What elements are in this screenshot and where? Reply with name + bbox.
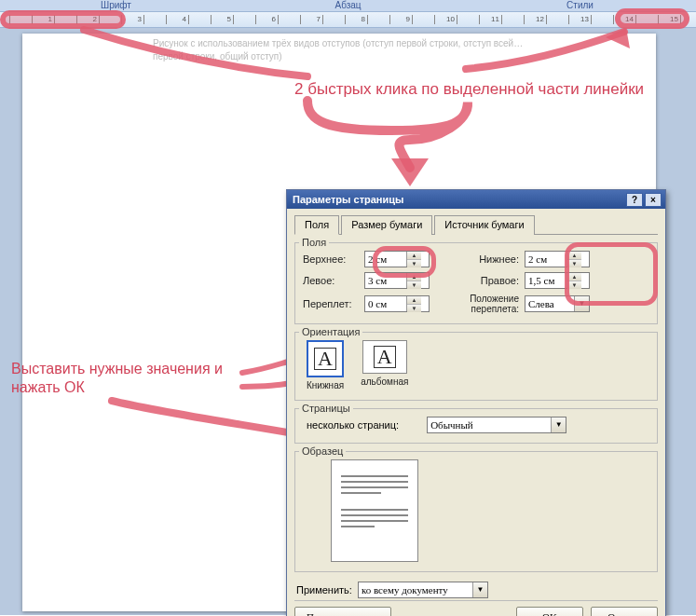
ruler-tick[interactable]	[546, 15, 568, 24]
dropdown-gutter-position[interactable]: ▼	[525, 295, 590, 312]
ruler-tick[interactable]: 4	[166, 15, 188, 24]
preview-thumbnail	[331, 459, 418, 562]
ruler-tick[interactable]	[322, 15, 345, 24]
dropdown-pages[interactable]: ▼	[427, 417, 566, 433]
ruler-tick[interactable]	[143, 15, 166, 24]
ruler-tick[interactable]: 9	[389, 15, 412, 24]
input-top-margin[interactable]: ▲▼	[364, 251, 430, 267]
pages-group: несколько страниц: ▼	[294, 408, 658, 444]
page-setup-dialog: Параметры страницы ? × Поля Размер бумаг…	[286, 189, 666, 616]
ribbon-group-paragraph: Абзац	[232, 0, 464, 11]
tab-paper[interactable]: Размер бумаги	[341, 215, 432, 235]
ruler-tick[interactable]	[591, 15, 613, 24]
ruler-tick[interactable]	[412, 15, 434, 24]
dialog-title: Параметры страницы	[293, 194, 403, 205]
ruler-tick[interactable]	[233, 15, 255, 24]
ruler-tick[interactable]: 10	[434, 15, 457, 24]
chevron-down-icon[interactable]: ▼	[472, 582, 487, 597]
tab-source[interactable]: Источник бумаги	[434, 215, 534, 235]
label-apply: Применить:	[296, 584, 352, 595]
cancel-button[interactable]: Отмена	[591, 607, 658, 616]
input-bottom-margin[interactable]: ▲▼	[525, 251, 590, 267]
input-right-margin[interactable]: ▲▼	[525, 272, 590, 289]
ruler-tick[interactable]: 3	[121, 15, 143, 24]
ruler-tick[interactable]	[457, 15, 479, 24]
ruler-tick[interactable]	[188, 15, 211, 24]
ruler-tick[interactable]: 14	[613, 15, 635, 24]
ribbon-group-font: Шрифт	[0, 0, 232, 11]
margins-group: Верхнее: ▲▼ Нижнее: ▲▼ Левое: ▲▼ Правое:	[294, 242, 658, 324]
label-bottom: Нижнее:	[435, 253, 519, 265]
chevron-down-icon[interactable]: ▼	[551, 418, 566, 432]
chevron-down-icon[interactable]: ▼	[574, 296, 589, 311]
ruler-tick[interactable]: 13	[568, 15, 591, 24]
ruler-tick[interactable]: 15	[658, 15, 680, 24]
help-button[interactable]: ?	[626, 193, 643, 207]
landscape-icon: A	[374, 346, 396, 368]
ruler-tick[interactable]	[635, 15, 658, 24]
input-gutter[interactable]: ▲▼	[364, 295, 430, 312]
ruler-tick[interactable]: 12	[524, 15, 546, 24]
dialog-tabs: Поля Размер бумаги Источник бумаги	[294, 214, 658, 235]
ruler-tick[interactable]	[680, 15, 696, 24]
preview-group	[294, 451, 658, 572]
ruler-tick[interactable]: 7	[300, 15, 322, 24]
ruler-tick[interactable]: 11	[479, 15, 501, 24]
close-button[interactable]: ×	[645, 193, 662, 207]
ruler-tick[interactable]: 5	[211, 15, 233, 24]
portrait-icon: A	[314, 348, 336, 370]
label-left: Левое:	[303, 275, 359, 286]
ruler-tick[interactable]: 1	[32, 15, 54, 24]
dialog-titlebar[interactable]: Параметры страницы ? ×	[287, 190, 665, 209]
tab-margins[interactable]: Поля	[294, 215, 339, 235]
defaults-button[interactable]: По умолчанию...	[294, 607, 391, 616]
ruler-tick[interactable]	[278, 15, 300, 24]
doc-line-2: первой строки, общий отступ)	[153, 50, 525, 63]
orientation-landscape[interactable]: A альбомная	[361, 340, 408, 390]
label-gutter-pos: Положение переплета:	[435, 294, 519, 314]
label-top: Верхнее:	[303, 253, 359, 265]
input-left-margin[interactable]: ▲▼	[364, 272, 430, 289]
ruler-tick[interactable]: 6	[255, 15, 278, 24]
ribbon-group-styles: Стили	[464, 0, 696, 11]
ruler-tick[interactable]: 8	[345, 15, 367, 24]
label-pages: несколько страниц:	[307, 419, 399, 431]
orientation-group: A Книжная A альбомная	[294, 332, 658, 401]
label-gutter: Переплет:	[303, 298, 359, 309]
ruler-tick[interactable]	[501, 15, 524, 24]
ruler-tick[interactable]: 2	[76, 15, 99, 24]
label-right: Правое:	[435, 275, 519, 286]
ruler-tick[interactable]	[54, 15, 76, 24]
orientation-portrait[interactable]: A Книжная	[307, 340, 344, 390]
horizontal-ruler[interactable]: 1234567891011121314151617	[0, 11, 696, 28]
ruler-tick[interactable]	[99, 15, 121, 24]
ribbon-group-labels: Шрифт Абзац Стили	[0, 0, 696, 11]
ok-button[interactable]: OK	[516, 607, 583, 616]
spin-up-icon[interactable]: ▲	[407, 252, 421, 260]
ruler-tick[interactable]	[367, 15, 389, 24]
spin-down-icon[interactable]: ▼	[407, 260, 421, 267]
ruler-tick[interactable]	[9, 15, 32, 24]
doc-line-1: Рисунок с использованием трёх видов отст…	[153, 37, 525, 50]
dropdown-apply-to[interactable]: ▼	[358, 582, 488, 598]
